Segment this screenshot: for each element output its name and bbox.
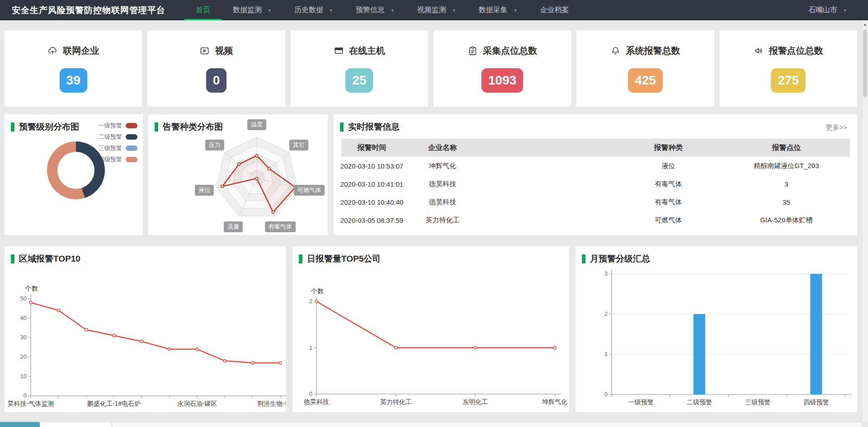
svg-text:三级预警: 三级预警 — [745, 399, 770, 406]
cell-time: 2020-03-10 10:40:40 — [340, 198, 403, 206]
cell-point: 35 — [783, 198, 790, 206]
radar-axis-label: 可燃气体 — [294, 185, 325, 196]
cell-type: 可燃气体 — [655, 216, 682, 225]
chevron-down-icon: ▼ — [268, 8, 272, 13]
cell-type: 液位 — [661, 162, 675, 170]
table-row: 2020-03-10 10:40:40 德昊科技 有毒气体 35 — [341, 193, 850, 211]
nav-item-history-data[interactable]: 历史数据▼ — [283, 0, 344, 20]
legend-item-level3[interactable]: 三级预警 — [99, 142, 137, 154]
nav-item-data-collection[interactable]: 数据采集▼ — [467, 0, 529, 20]
svg-text:鹏盛化工-1#电石炉: 鹏盛化工-1#电石炉 — [87, 400, 141, 407]
stat-label: 联网企业 — [63, 45, 99, 57]
svg-text:德昊科技: 德昊科技 — [303, 398, 329, 405]
svg-text:2: 2 — [604, 310, 608, 317]
donut-chart — [47, 141, 105, 199]
column-header-type: 报警种类 — [654, 143, 683, 153]
scrollbar-thumb-vertical[interactable] — [863, 29, 867, 97]
chevron-down-icon: ▼ — [843, 8, 847, 13]
nav-item-enterprise-archive[interactable]: 企业档案 — [529, 0, 580, 20]
svg-text:1: 1 — [309, 344, 312, 351]
column-header-time: 报警时间 — [358, 143, 387, 153]
stat-value-badge: 275 — [771, 68, 806, 93]
legend-item-level4[interactable]: 四级预警 — [99, 154, 137, 165]
cell-time: 2020-03-10 10:41:01 — [340, 180, 403, 188]
more-link[interactable]: 更多>> — [826, 123, 847, 132]
cell-company: 德昊科技 — [429, 198, 456, 206]
stat-value-badge: 25 — [345, 68, 373, 93]
axes: 01020304050个数 — [20, 285, 286, 399]
svg-text:荆洪生物-氧化反: 荆洪生物-氧化反 — [257, 400, 286, 407]
nav-item-video-monitor[interactable]: 视频监测▼ — [406, 0, 467, 20]
scroll-up-icon[interactable]: ▲ — [862, 22, 868, 27]
legend-swatch — [126, 123, 137, 128]
svg-text:2: 2 — [309, 298, 312, 305]
vertical-scrollbar[interactable]: ▲ — [862, 20, 868, 422]
radar-axis-label: 液位 — [195, 185, 214, 196]
legend-swatch — [126, 157, 137, 162]
cell-type: 有毒气体 — [655, 198, 682, 206]
stat-card-system-alarms: 系统报警总数 425 — [576, 30, 714, 107]
chevron-down-icon: ▼ — [514, 8, 518, 13]
panel-daily-top5: 日报警量TOP5公司 012个数德昊科技英力特化工东明化工坤辉气化 — [292, 246, 569, 412]
video-icon — [199, 46, 210, 56]
svg-text:永润石油-罐区: 永润石油-罐区 — [177, 400, 217, 407]
nav-item-warning-info[interactable]: 预警信息▼ — [344, 0, 406, 20]
stat-label: 系统报警总数 — [626, 45, 680, 57]
region-top10-chart: 01020304050个数昊科技-气体监测鹏盛化工-1#电石炉永润石油-罐区荆洪… — [5, 246, 286, 412]
svg-text:1: 1 — [604, 351, 608, 357]
radar-axis-label: 其它 — [289, 140, 308, 150]
nav-item-home[interactable]: 首页 — [184, 0, 222, 20]
stat-label: 采集点位总数 — [483, 45, 537, 57]
radar-axis-label: 有毒气体 — [265, 221, 296, 232]
svg-text:0: 0 — [24, 392, 27, 399]
line-series: 德昊科技英力特化工东明化工坤辉气化 — [303, 300, 567, 405]
region-selector[interactable]: 石嘴山市▼ — [808, 0, 847, 20]
daily-top5-chart: 012个数德昊科技英力特化工东明化工坤辉气化 — [292, 246, 569, 412]
svg-text:昊科技-气体监测: 昊科技-气体监测 — [8, 400, 54, 407]
panel-realtime-alarms: 实时报警信息 更多>> 报警时间 企业名称 报警种类 报警点位 2020-03-… — [334, 114, 857, 235]
svg-text:坤辉气化: 坤辉气化 — [542, 398, 567, 405]
svg-text:英力特化工: 英力特化工 — [380, 398, 412, 405]
clipboard-icon — [467, 46, 478, 56]
radar-chart — [148, 114, 328, 235]
monthly-chart: 0123一级预警二级预警三级预警四级预警 — [576, 246, 857, 412]
legend-item-level2[interactable]: 二级预警 — [99, 131, 137, 142]
radar-axis-label: 温度 — [247, 119, 266, 130]
svg-text:3: 3 — [604, 270, 608, 277]
line-series: 昊科技-气体监测鹏盛化工-1#电石炉永润石油-罐区荆洪生物-氧化反 — [8, 301, 286, 407]
panel-monthly-summary: 月预警分级汇总 0123一级预警二级预警三级预警四级预警 — [576, 246, 857, 412]
stat-value-badge: 425 — [628, 68, 663, 93]
svg-text:50: 50 — [20, 295, 27, 302]
stat-cards: 联网企业 39 视频 0 在线主机 25 采集点位总数 1093 — [5, 30, 857, 107]
title-marker — [11, 122, 14, 131]
table-row: 2020-03-10 10:53:07 坤辉气化 液位 精醇南罐液位GT_203 — [341, 157, 850, 175]
cell-company: 坤辉气化 — [429, 162, 456, 170]
main-menu: 首页 数据监测▼ 历史数据▼ 预警信息▼ 视频监测▼ 数据采集▼ 企业档案 — [184, 0, 580, 20]
svg-text:20: 20 — [20, 353, 27, 360]
panel-title: 实时报警信息 — [340, 121, 400, 133]
stat-value-badge: 0 — [206, 68, 227, 93]
scrollbar-thumb-horizontal[interactable] — [40, 422, 112, 427]
stat-card-videos: 视频 0 — [147, 30, 285, 107]
horizontal-scrollbar[interactable] — [0, 422, 862, 427]
nav-item-data-monitor[interactable]: 数据监测▼ — [222, 0, 283, 20]
bar — [693, 314, 705, 394]
legend-item-level1[interactable]: 一级预警 — [99, 120, 137, 131]
svg-text:30: 30 — [20, 334, 27, 341]
cell-time: 2020-03-05 08:37:59 — [340, 216, 403, 224]
legend-swatch — [126, 145, 137, 151]
chevron-down-icon: ▼ — [329, 8, 333, 13]
column-header-company: 企业名称 — [428, 143, 457, 153]
svg-text:一级预警: 一级预警 — [628, 399, 654, 406]
bar — [810, 274, 822, 394]
table-row: 2020-03-10 10:41:01 德昊科技 有毒气体 3 — [341, 175, 850, 193]
panel-warning-level-distribution: 预警级别分布图 一级预警 二级预警 三级预警 四级预警 — [5, 114, 143, 235]
stat-card-alarm-points: 报警点位总数 275 — [720, 30, 857, 107]
speaker-icon — [754, 46, 764, 56]
dashboard-screen: 安全生产风险预警防控物联网管理平台 首页 数据监测▼ 历史数据▼ 预警信息▼ 视… — [0, 0, 868, 427]
cell-type: 有毒气体 — [655, 180, 682, 188]
svg-text:东明化工: 东明化工 — [462, 398, 488, 405]
svg-text:40: 40 — [20, 314, 27, 321]
stat-value-badge: 39 — [60, 68, 87, 93]
cell-company: 英力特化工 — [425, 216, 459, 225]
